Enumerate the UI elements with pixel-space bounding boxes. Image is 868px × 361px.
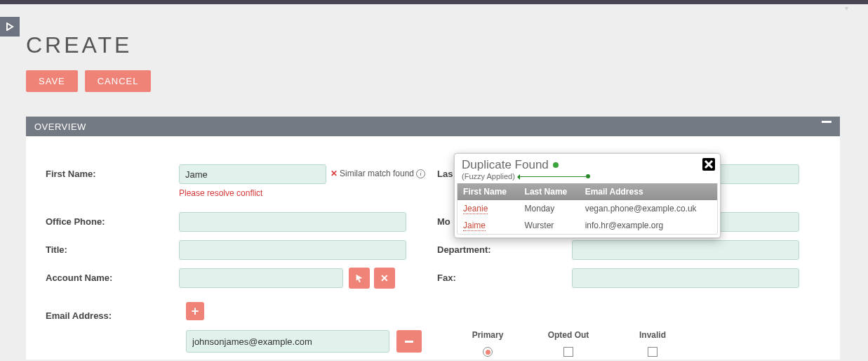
label-office-phone: Office Phone: xyxy=(46,216,105,227)
similar-match-msg: ✕ Similar match found i xyxy=(330,169,425,178)
page-title: CREATE xyxy=(26,32,132,58)
email-input[interactable] xyxy=(186,330,389,353)
status-dot-icon xyxy=(553,162,559,168)
dup-th-firstname: First Name xyxy=(458,183,519,200)
title-input[interactable] xyxy=(179,240,406,260)
duplicate-table: First Name Last Name Email Address Jeani… xyxy=(458,183,717,234)
invalid-column: Invalid xyxy=(632,330,674,357)
play-icon xyxy=(6,22,14,31)
label-account-name: Account Name: xyxy=(46,273,112,283)
save-button[interactable]: SAVE xyxy=(26,70,78,92)
popup-close-button[interactable] xyxy=(702,157,716,171)
arrow-line-icon xyxy=(518,176,588,177)
action-row: SAVE CANCEL xyxy=(26,70,151,92)
cancel-button[interactable]: CANCEL xyxy=(85,70,152,92)
label-mobile: Mo xyxy=(437,216,450,227)
label-department: Department: xyxy=(437,244,491,255)
collapse-icon[interactable] xyxy=(822,121,832,123)
optedout-label: Opted Out xyxy=(544,330,593,340)
close-icon xyxy=(702,157,716,171)
label-fax: Fax: xyxy=(437,273,456,283)
dup-subtitle: (Fuzzy Applied) xyxy=(462,172,515,180)
label-email: Email Address: xyxy=(46,310,112,321)
dup-th-lastname: Last Name xyxy=(519,183,580,200)
table-row[interactable]: Jeanie Monday vegan.phone@example.co.uk xyxy=(458,200,717,217)
label-first-name: First Name: xyxy=(46,169,96,179)
run-button[interactable] xyxy=(0,17,20,37)
topbar-dropdown-icon[interactable]: ▾ xyxy=(845,4,848,12)
minus-icon xyxy=(405,341,413,343)
optedout-column: Opted Out xyxy=(544,330,593,357)
table-row[interactable]: Jaime Wurster info.hr@example.org xyxy=(458,217,717,234)
office-phone-input[interactable] xyxy=(179,212,406,232)
invalid-checkbox[interactable] xyxy=(648,347,657,357)
account-clear-button[interactable]: ✕ xyxy=(374,268,395,289)
conflict-msg: Please resolve conflict xyxy=(179,188,262,198)
label-last-name: Las xyxy=(437,169,453,179)
top-bar xyxy=(0,0,868,4)
dup-ln-0: Monday xyxy=(519,200,580,217)
account-name-input[interactable] xyxy=(179,268,343,288)
panel-header-overview[interactable]: OVERVIEW xyxy=(26,117,840,136)
first-name-input[interactable] xyxy=(179,164,326,184)
dup-title: Duplicate Found xyxy=(462,158,549,172)
info-icon[interactable]: i xyxy=(416,169,425,178)
invalid-label: Invalid xyxy=(632,330,674,340)
cursor-icon xyxy=(354,273,364,283)
label-title: Title: xyxy=(46,244,67,255)
panel-title: OVERVIEW xyxy=(34,122,86,132)
primary-radio[interactable] xyxy=(483,347,493,357)
dup-fn-0: Jeanie xyxy=(463,204,488,214)
dup-em-0: vegan.phone@example.co.uk xyxy=(580,200,717,217)
remove-email-button[interactable] xyxy=(396,330,422,353)
add-email-button[interactable]: + xyxy=(186,302,204,320)
x-icon: ✕ xyxy=(380,273,389,284)
similar-match-text: Similar match found xyxy=(340,169,414,178)
department-input[interactable] xyxy=(572,240,799,260)
primary-column: Primary xyxy=(467,330,509,357)
primary-label: Primary xyxy=(467,330,509,340)
dup-th-email: Email Address xyxy=(580,183,717,200)
account-select-button[interactable] xyxy=(349,268,370,289)
fax-input[interactable] xyxy=(572,268,799,288)
dup-em-1: info.hr@example.org xyxy=(580,217,717,234)
dup-fn-1: Jaime xyxy=(463,221,486,231)
plus-icon: + xyxy=(192,304,199,319)
optedout-checkbox[interactable] xyxy=(563,347,573,357)
x-icon: ✕ xyxy=(330,169,338,178)
duplicate-found-popup: Duplicate Found (Fuzzy Applied) First Na… xyxy=(454,153,721,238)
dup-ln-1: Wurster xyxy=(519,217,580,234)
